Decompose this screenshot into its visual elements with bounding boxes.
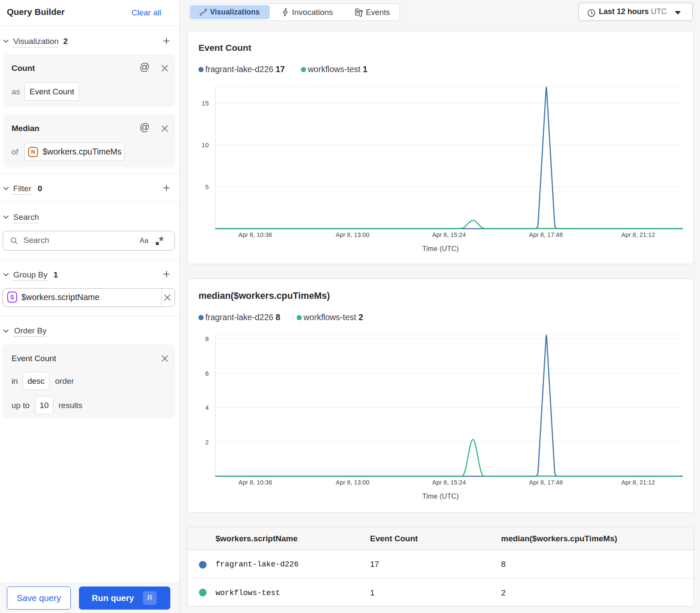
- svg-text:Apr 8, 10:36: Apr 8, 10:36: [239, 479, 272, 486]
- svg-text:4: 4: [205, 404, 209, 411]
- svg-text:Apr 8, 13:00: Apr 8, 13:00: [336, 479, 370, 486]
- svg-text:6: 6: [205, 370, 209, 377]
- svg-text:10: 10: [201, 141, 209, 149]
- svg-text:Time (UTC): Time (UTC): [422, 492, 459, 500]
- svg-text:Apr 8, 15:24: Apr 8, 15:24: [432, 231, 466, 238]
- svg-text:Time (UTC): Time (UTC): [422, 245, 459, 252]
- svg-text:*: *: [159, 235, 164, 246]
- svg-text:Apr 8, 21:12: Apr 8, 21:12: [621, 231, 655, 238]
- svg-text:Apr 8, 21:12: Apr 8, 21:12: [621, 479, 655, 486]
- svg-text:15: 15: [201, 99, 209, 107]
- svg-text:Apr 8, 13:00: Apr 8, 13:00: [336, 231, 370, 238]
- svg-text:Apr 8, 15:24: Apr 8, 15:24: [432, 479, 466, 486]
- svg-text:2: 2: [205, 438, 209, 446]
- svg-text:8: 8: [205, 335, 209, 342]
- svg-text:Apr 8, 17:48: Apr 8, 17:48: [529, 479, 563, 486]
- svg-text:Apr 8, 17:48: Apr 8, 17:48: [529, 231, 563, 238]
- svg-text:Apr 8, 10:36: Apr 8, 10:36: [239, 231, 272, 238]
- svg-text:5: 5: [205, 183, 209, 190]
